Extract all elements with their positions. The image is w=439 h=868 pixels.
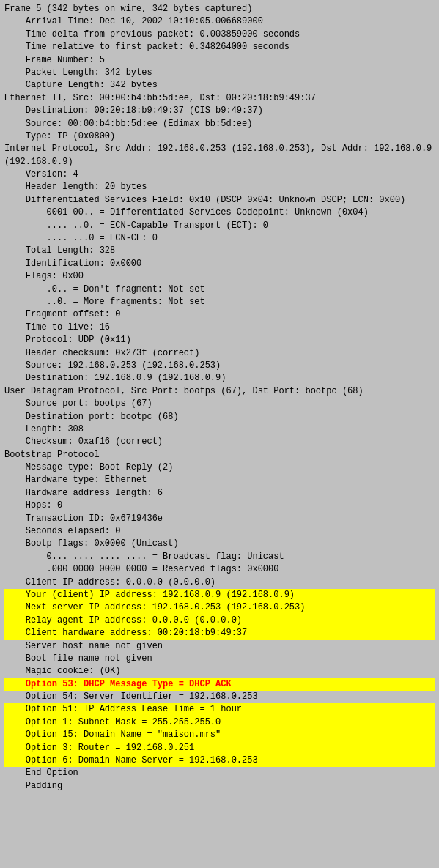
line-33: Checksum: 0xaf16 (correct) xyxy=(4,436,435,448)
line-59: End Option xyxy=(4,767,435,779)
line-12: Version: 4 xyxy=(4,168,435,181)
line-58: Option 6: Domain Name Server = 192.168.0… xyxy=(4,754,435,767)
line-53: Option 54: Server Identifier = 192.168.0… xyxy=(4,691,435,703)
line-17: .... ...0 = ECN-CE: 0 xyxy=(4,232,435,245)
line-23: Fragment offset: 0 xyxy=(4,308,435,321)
line-22: ..0. = More fragments: Not set xyxy=(4,296,435,308)
line-8: Destination: 00:20:18:b9:49:37 (CIS_b9:4… xyxy=(4,105,435,117)
line-1: Arrival Time: Dec 10, 2002 10:10:05.0066… xyxy=(4,15,435,28)
line-4: Frame Number: 5 xyxy=(4,54,435,67)
line-57: Option 3: Router = 192.168.0.251 xyxy=(4,742,435,754)
line-31: Destination port: bootpc (68) xyxy=(4,411,435,423)
line-25: Protocol: UDP (0x11) xyxy=(4,334,435,346)
line-44: Client IP address: 0.0.0.0 (0.0.0.0) xyxy=(4,576,435,589)
line-43: .000 0000 0000 0000 = Reserved flags: 0x… xyxy=(4,563,435,576)
packet-detail: Frame 5 (342 bytes on wire, 342 bytes ca… xyxy=(4,3,435,793)
line-46: Next server IP address: 192.168.0.253 (1… xyxy=(4,601,435,614)
line-38: Hops: 0 xyxy=(4,500,435,512)
line-32: Length: 308 xyxy=(4,423,435,436)
line-2: Time delta from previous packet: 0.00385… xyxy=(4,29,435,41)
line-20: Flags: 0x00 xyxy=(4,270,435,283)
line-6: Capture Length: 342 bytes xyxy=(4,79,435,92)
line-11: Internet Protocol, Src Addr: 192.168.0.2… xyxy=(4,143,435,168)
line-28: Destination: 192.168.0.9 (192.168.0.9) xyxy=(4,372,435,385)
line-40: Seconds elapsed: 0 xyxy=(4,525,435,538)
line-55: Option 1: Subnet Mask = 255.255.255.0 xyxy=(4,716,435,729)
line-7: Ethernet II, Src: 00:00:b4:bb:5d:ee, Dst… xyxy=(4,92,435,105)
line-16: .... ..0. = ECN-Capable Transport (ECT):… xyxy=(4,220,435,232)
line-21: .0.. = Don't fragment: Not set xyxy=(4,283,435,296)
line-13: Header length: 20 bytes xyxy=(4,181,435,193)
line-24: Time to live: 16 xyxy=(4,322,435,334)
line-10: Type: IP (0x0800) xyxy=(4,130,435,143)
line-35: Message type: Boot Reply (2) xyxy=(4,461,435,474)
line-5: Packet Length: 342 bytes xyxy=(4,67,435,79)
line-34: Bootstrap Protocol xyxy=(4,449,435,461)
line-42: 0... .... .... .... = Broadcast flag: Un… xyxy=(4,551,435,563)
line-48: Client hardware address: 00:20:18:b9:49:… xyxy=(4,627,435,639)
line-19: Identification: 0x0000 xyxy=(4,258,435,270)
line-52: Option 53: DHCP Message Type = DHCP ACK xyxy=(4,678,435,691)
line-39: Transaction ID: 0x6719436e xyxy=(4,513,435,525)
line-36: Hardware type: Ethernet xyxy=(4,474,435,486)
line-26: Header checksum: 0x273f (correct) xyxy=(4,347,435,360)
line-54: Option 51: IP Address Lease Time = 1 hou… xyxy=(4,703,435,716)
line-0: Frame 5 (342 bytes on wire, 342 bytes ca… xyxy=(4,3,435,15)
line-30: Source port: bootps (67) xyxy=(4,398,435,410)
line-49: Server host name not given xyxy=(4,640,435,653)
line-14: Differentiated Services Field: 0x10 (DSC… xyxy=(4,194,435,207)
line-56: Option 15: Domain Name = "maison.mrs" xyxy=(4,729,435,741)
line-3: Time relative to first packet: 0.3482640… xyxy=(4,41,435,53)
line-45: Your (client) IP address: 192.168.0.9 (1… xyxy=(4,589,435,601)
line-41: Bootp flags: 0x0000 (Unicast) xyxy=(4,538,435,550)
line-60: Padding xyxy=(4,780,435,793)
line-29: User Datagram Protocol, Src Port: bootps… xyxy=(4,385,435,398)
line-15: 0001 00.. = Differentiated Services Code… xyxy=(4,207,435,219)
line-27: Source: 192.168.0.253 (192.168.0.253) xyxy=(4,360,435,372)
line-9: Source: 00:00:b4:bb:5d:ee (Edimax_bb:5d:… xyxy=(4,118,435,130)
line-50: Boot file name not given xyxy=(4,653,435,665)
line-47: Relay agent IP address: 0.0.0.0 (0.0.0.0… xyxy=(4,615,435,627)
line-37: Hardware address length: 6 xyxy=(4,487,435,500)
line-18: Total Length: 328 xyxy=(4,245,435,257)
line-51: Magic cookie: (OK) xyxy=(4,665,435,678)
